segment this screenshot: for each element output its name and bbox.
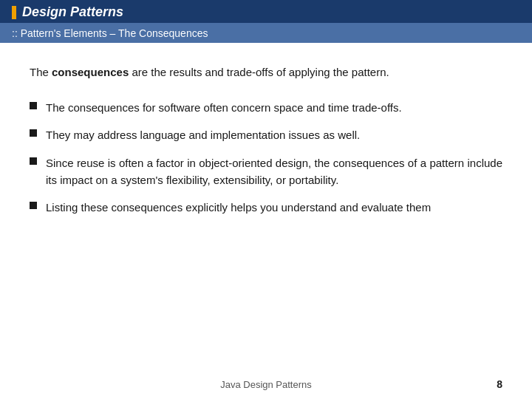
bullet-text: Since reuse is often a factor in object-… bbox=[46, 154, 502, 189]
bullet-icon bbox=[30, 102, 37, 109]
footer-center-text: Java Design Patterns bbox=[30, 379, 502, 390]
page-number: 8 bbox=[497, 378, 502, 390]
slide-header: Design Patterns :: Pattern's Elements – … bbox=[0, 0, 532, 43]
slide-content: The consequences are the results and tra… bbox=[0, 43, 532, 241]
bullet-text: The consequences for software often conc… bbox=[46, 99, 502, 116]
list-item: They may address language and implementa… bbox=[30, 126, 502, 143]
intro-bold: consequences bbox=[52, 66, 129, 78]
intro-prefix: The bbox=[30, 66, 52, 78]
slide-subtitle: :: Pattern's Elements – The Consequences bbox=[12, 27, 208, 39]
bullet-icon bbox=[30, 202, 37, 209]
intro-paragraph: The consequences are the results and tra… bbox=[30, 64, 502, 81]
title-bar: Design Patterns bbox=[0, 0, 532, 23]
bullet-text: Listing these consequences explicitly he… bbox=[46, 199, 502, 216]
list-item: Since reuse is often a factor in object-… bbox=[30, 154, 502, 189]
list-item: Listing these consequences explicitly he… bbox=[30, 199, 502, 216]
bullet-text: They may address language and implementa… bbox=[46, 126, 502, 143]
list-item: The consequences for software often conc… bbox=[30, 99, 502, 116]
accent-bar-icon bbox=[12, 6, 16, 19]
slide-footer: Java Design Patterns 8 bbox=[0, 379, 532, 390]
slide-container: Design Patterns :: Pattern's Elements – … bbox=[0, 0, 532, 399]
bullet-icon bbox=[30, 129, 37, 137]
intro-rest: are the results and trade-offs of applyi… bbox=[129, 66, 389, 78]
bullet-icon bbox=[30, 157, 37, 165]
subtitle-bar: :: Pattern's Elements – The Consequences bbox=[0, 23, 532, 43]
bullet-list: The consequences for software often conc… bbox=[30, 99, 502, 216]
slide-title: Design Patterns bbox=[22, 4, 123, 20]
